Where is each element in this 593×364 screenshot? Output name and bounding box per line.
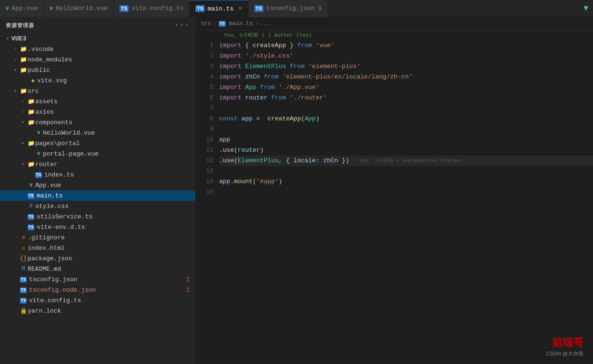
ts-file-icon: TS xyxy=(19,297,28,304)
folder-icon: 📁 xyxy=(27,98,35,105)
tab-app-vue[interactable]: V App.vue xyxy=(0,0,44,17)
code-line-15 xyxy=(219,187,593,197)
folder-icon: 📁 xyxy=(27,161,35,168)
sidebar-item-tsconfig-node-json[interactable]: TS tsconfig.node.json 1 xyxy=(0,285,195,295)
breadcrumb-sep2: › xyxy=(255,20,258,27)
sidebar-item-package-json[interactable]: {} package.json xyxy=(0,253,195,264)
index-ts-label: index.ts xyxy=(44,171,195,178)
close-icon[interactable]: × xyxy=(238,5,242,12)
sidebar-item-tsconfig-json[interactable]: TS tsconfig.json 1 xyxy=(0,274,195,285)
tab-main-ts[interactable]: TS main.ts × xyxy=(190,0,248,17)
main-ts-label: main.ts xyxy=(37,192,195,199)
breadcrumb-main-ts: main.ts xyxy=(229,20,253,27)
code-line-13 xyxy=(219,166,593,177)
yarn-lock-label: yarn.lock xyxy=(28,307,195,315)
line-numbers: 12345 678910 1112131415 xyxy=(195,39,219,364)
portal-page-label: portal-page.vue xyxy=(43,150,195,157)
sidebar-item-vscode[interactable]: › 📁 .vscode xyxy=(0,44,195,54)
package-json-label: package.json xyxy=(28,255,195,262)
vue-icon: V xyxy=(50,6,53,11)
code-line-14: app . mount ( '#app' ) xyxy=(219,177,593,187)
sidebar-item-axios[interactable]: › 📁 axios xyxy=(0,107,195,117)
sidebar-item-router[interactable]: ▾ 📁 router xyxy=(0,159,195,169)
tsconfig-json-badge: 1 xyxy=(186,276,195,283)
blame-line: You, 1小时前 | 1 author (You) xyxy=(195,30,593,39)
chevron-down-icon: ▾ xyxy=(19,161,27,167)
router-label: router xyxy=(35,161,195,168)
code-line-5: import App from './App.vue' xyxy=(219,82,593,93)
public-label: public xyxy=(28,67,195,74)
sidebar-item-main-ts[interactable]: TS main.ts xyxy=(0,190,195,201)
ts-breadcrumb-icon: TS xyxy=(219,21,226,27)
sidebar-item-index-ts[interactable]: TS index.ts xyxy=(0,169,195,180)
vite-svg-label: vite.svg xyxy=(37,77,195,84)
chevron-right-icon: › xyxy=(11,47,19,52)
sidebar-item-vite-config-ts[interactable]: TS vite.config.ts xyxy=(0,295,195,305)
sidebar-item-node-modules[interactable]: › 📁 node_modules xyxy=(0,54,195,65)
vue-file-icon: V xyxy=(34,151,43,157)
folder-icon: 📁 xyxy=(19,88,28,95)
lock-file-icon: 🔒 xyxy=(19,307,28,315)
tsconfig-icon: TS xyxy=(254,5,263,12)
utils-service-label: utilsService.ts xyxy=(37,213,195,220)
chevron-right-icon: › xyxy=(19,109,27,115)
sidebar-item-gitignore[interactable]: ⊗ .gitignore xyxy=(0,232,195,243)
blame-inline-12: You, 1小时前 • Uncommitted changes xyxy=(349,156,462,166)
sidebar-item-yarn-lock[interactable]: 🔒 yarn.lock xyxy=(0,305,195,316)
svg-icon: ◈ xyxy=(29,77,37,84)
sidebar-item-index-html[interactable]: ◇ index.html xyxy=(0,243,195,253)
code-line-3: import ElementPlus from 'element-plus' xyxy=(219,61,593,72)
keyword-import: import xyxy=(219,40,241,51)
chevron-down-icon: ▾ xyxy=(4,36,11,41)
sidebar-item-components[interactable]: ▾ 📁 components xyxy=(0,117,195,128)
sidebar-item-assets[interactable]: › 📁 assets xyxy=(0,96,195,107)
tab-vite-config-ts[interactable]: TS vite.config.ts xyxy=(114,0,190,17)
sidebar-item-src[interactable]: ▾ 📁 src xyxy=(0,86,195,96)
sidebar-item-helloworld-vue[interactable]: V HelloWorld.vue xyxy=(0,128,195,138)
ts-icon: TS xyxy=(120,5,129,12)
code-line-8: const app = createApp ( App ) xyxy=(219,114,593,124)
code-container[interactable]: 12345 678910 1112131415 import { createA… xyxy=(195,39,593,364)
code-line-7 xyxy=(219,103,593,114)
code-line-12: . use ( ElementPlus , { locale : zhCn })… xyxy=(219,156,593,166)
sidebar-item-readme-md[interactable]: M README.md xyxy=(0,264,195,274)
helloworld-label: HelloWorld.vue xyxy=(43,129,195,137)
chevron-down-icon: ▾ xyxy=(19,140,27,146)
css-file-icon: # xyxy=(27,203,35,209)
sidebar-header: 资源管理器 ··· xyxy=(0,17,195,33)
breadcrumb: src › TS main.ts › ... xyxy=(195,17,593,30)
tree-root-vue3[interactable]: ▾ VUE3 xyxy=(0,33,195,44)
vscode-label: .vscode xyxy=(28,46,195,53)
sidebar-item-utils-service-ts[interactable]: TS utilsService.ts xyxy=(0,211,195,222)
chevron-down-icon: ▾ xyxy=(19,119,27,125)
tab-helloworld-vue[interactable]: V HelloWorld.vue xyxy=(44,0,114,17)
tab-tsconfig-json[interactable]: TS tsconfig.json 1 xyxy=(249,0,328,17)
editor-area: src › TS main.ts › ... You, 1小时前 | 1 aut… xyxy=(195,17,593,364)
sidebar-item-public[interactable]: ▾ 📁 public xyxy=(0,65,195,75)
tsconfig-node-json-badge: 1 xyxy=(186,286,195,294)
more-icon[interactable]: ··· xyxy=(174,21,190,30)
tsconfig-file-icon: TS xyxy=(19,286,28,293)
sidebar-item-style-css[interactable]: # style.css xyxy=(0,201,195,211)
vue-icon: V xyxy=(6,6,9,11)
sidebar-item-pages-portal[interactable]: ▾ 📁 pages\portal xyxy=(0,138,195,148)
sidebar-item-vite-env-d-ts[interactable]: TS vite-env.d.ts xyxy=(0,222,195,232)
code-line-4: import zhCn from 'element-plus/es/locale… xyxy=(219,72,593,82)
blame-text: You, 1小时前 | 1 author (You) xyxy=(224,32,312,38)
ts-file-icon: TS xyxy=(27,213,35,220)
tab-app-vue-label: App.vue xyxy=(12,5,38,12)
sidebar-item-vite-svg[interactable]: ◈ vite.svg xyxy=(0,75,195,86)
ts-file-icon: TS xyxy=(34,171,43,178)
code-line-2: import './style.css' xyxy=(219,51,593,61)
json-file-icon: {} xyxy=(19,255,28,262)
ts-file-icon: TS xyxy=(27,224,35,230)
folder-icon: 📁 xyxy=(19,67,28,74)
folder-icon: 📁 xyxy=(27,108,35,116)
sidebar-item-portal-page-vue[interactable]: V portal-page.vue xyxy=(0,148,195,159)
node-modules-label: node_modules xyxy=(28,56,195,63)
md-file-icon: M xyxy=(19,266,28,272)
breadcrumb-ellipsis: ... xyxy=(260,20,271,27)
code-line-10: app xyxy=(219,135,593,145)
sidebar-item-app-vue[interactable]: V App.vue xyxy=(0,180,195,190)
vue-file-icon: V xyxy=(27,182,35,188)
